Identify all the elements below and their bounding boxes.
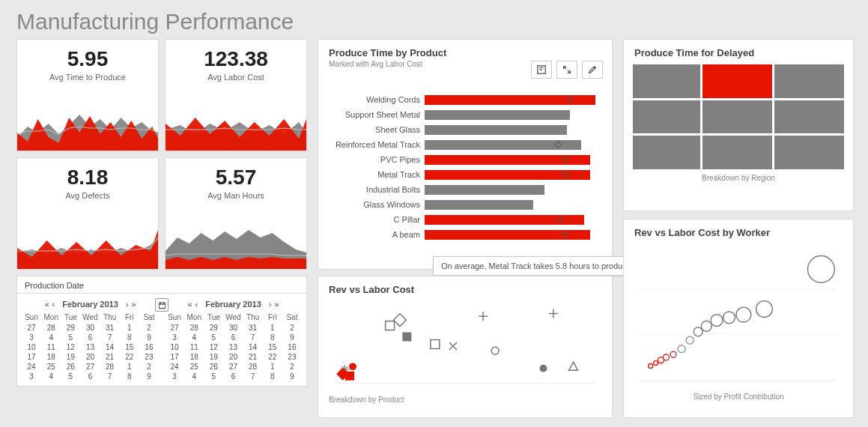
data-tip-button[interactable] <box>531 61 552 79</box>
production-date-picker[interactable]: Production Date « ‹ February 2013 › » Su… <box>16 276 307 387</box>
cal-day[interactable]: 27 <box>223 362 243 372</box>
cal-day[interactable]: 7 <box>243 333 263 342</box>
bar-row[interactable]: Sheet Glass <box>329 122 601 137</box>
cal-day[interactable]: 9 <box>139 333 159 342</box>
cal-day[interactable]: 29 <box>204 323 223 333</box>
cal-day[interactable]: 27 <box>165 323 184 333</box>
cal-day[interactable]: 4 <box>184 333 204 342</box>
expand-icon[interactable] <box>556 61 577 79</box>
cal-day[interactable]: 20 <box>80 352 100 362</box>
cal-day[interactable]: 20 <box>223 352 243 362</box>
cal-day[interactable]: 1 <box>120 323 139 333</box>
cal-day[interactable]: 21 <box>100 352 120 362</box>
cal-day[interactable]: 13 <box>223 342 243 352</box>
bar-row[interactable]: Industrial Bolts <box>329 182 601 197</box>
cal-next-year-icon[interactable]: » <box>131 300 136 309</box>
cal-day[interactable]: 8 <box>263 333 282 342</box>
cal-day[interactable]: 3 <box>165 372 184 381</box>
bar-row[interactable]: A beam <box>329 227 601 242</box>
cal-day[interactable]: 14 <box>100 342 120 352</box>
rev-vs-labor-worker-card[interactable]: Rev vs Labor Cost by Worker Sized by Pro… <box>623 219 854 418</box>
produce-time-by-product-card[interactable]: Produce Time by Product Marked with Avg … <box>318 39 613 270</box>
cal-day[interactable]: 15 <box>120 342 139 352</box>
cal-day[interactable]: 22 <box>120 352 139 362</box>
calendar-from[interactable]: « ‹ February 2013 › » SunMonTueWedThuFri… <box>22 298 159 381</box>
cal-day[interactable]: 9 <box>282 333 302 342</box>
cal-day[interactable]: 24 <box>165 362 184 372</box>
cal-day[interactable]: 30 <box>80 323 100 333</box>
cal-prev-month-icon[interactable]: ‹ <box>195 300 198 309</box>
cal-next-month-icon[interactable]: › <box>269 300 272 309</box>
cal-day[interactable]: 25 <box>41 362 61 372</box>
treemap[interactable] <box>633 64 844 169</box>
cal-day[interactable]: 27 <box>22 323 41 333</box>
cal-day[interactable]: 2 <box>139 362 159 372</box>
cal-prev-month-icon[interactable]: ‹ <box>52 300 55 309</box>
cal-next-month-icon[interactable]: › <box>126 300 129 309</box>
cal-day[interactable]: 3 <box>22 372 41 381</box>
cal-day[interactable]: 9 <box>282 372 302 381</box>
cal-day[interactable]: 29 <box>61 323 80 333</box>
cal-day[interactable]: 14 <box>243 342 263 352</box>
cal-day[interactable]: 5 <box>61 372 80 381</box>
cal-day[interactable]: 3 <box>165 333 184 342</box>
kpi-avg-time-produce[interactable]: 5.95 Avg Time to Produce <box>16 39 159 151</box>
cal-day[interactable]: 7 <box>100 372 120 381</box>
cal-prev-year-icon[interactable]: « <box>44 300 49 309</box>
cal-day[interactable]: 4 <box>41 372 61 381</box>
bar-row[interactable]: Glass Windows <box>329 197 601 212</box>
bar-chart[interactable]: Welding CordsSupport Sheet MetalSheet Gl… <box>318 92 612 242</box>
cal-day[interactable]: 6 <box>80 333 100 342</box>
cal-day[interactable]: 17 <box>165 352 184 362</box>
cal-day[interactable]: 16 <box>139 342 159 352</box>
cal-day[interactable]: 28 <box>243 362 263 372</box>
cal-day[interactable]: 18 <box>184 352 204 362</box>
cal-next-year-icon[interactable]: » <box>274 300 279 309</box>
cal-day[interactable]: 7 <box>100 333 120 342</box>
cal-day[interactable]: 9 <box>139 372 159 381</box>
bar-row[interactable]: Reinforced Metal Track <box>329 137 601 152</box>
cal-day[interactable]: 11 <box>41 342 61 352</box>
cal-day[interactable]: 5 <box>204 372 223 381</box>
kpi-avg-defects[interactable]: 8.18 Avg Defects <box>16 157 159 270</box>
produce-time-delayed-card[interactable]: Produce Time for Delayed Breakdown by Re… <box>623 39 854 211</box>
cal-day[interactable]: 2 <box>282 362 302 372</box>
cal-day[interactable]: 19 <box>61 352 80 362</box>
cal-day[interactable]: 5 <box>61 333 80 342</box>
cal-day[interactable]: 30 <box>223 323 243 333</box>
cal-day[interactable]: 10 <box>165 342 184 352</box>
cal-prev-year-icon[interactable]: « <box>187 300 192 309</box>
cal-day[interactable]: 24 <box>22 362 41 372</box>
cal-day[interactable]: 8 <box>120 333 139 342</box>
bar-row[interactable]: PVC Pipes <box>329 152 601 167</box>
bubble-chart[interactable] <box>633 244 844 388</box>
cal-day[interactable]: 17 <box>22 352 41 362</box>
cal-day[interactable]: 28 <box>100 362 120 372</box>
cal-day[interactable]: 4 <box>41 333 61 342</box>
bar-row[interactable]: Metal Track <box>329 167 601 182</box>
calendar-to[interactable]: « ‹ February 2013 › » SunMonTueWedThuFri… <box>165 298 302 381</box>
cal-day[interactable]: 23 <box>139 352 159 362</box>
cal-day[interactable]: 1 <box>263 323 282 333</box>
calendar-grid-from[interactable]: SunMonTueWedThuFriSat2728293031123456789… <box>22 312 159 381</box>
cal-day[interactable]: 2 <box>139 323 159 333</box>
cal-day[interactable]: 19 <box>204 352 223 362</box>
cal-day[interactable]: 6 <box>223 372 243 381</box>
cal-day[interactable]: 22 <box>263 352 282 362</box>
cal-day[interactable]: 4 <box>184 372 204 381</box>
cal-day[interactable]: 26 <box>61 362 80 372</box>
cal-day[interactable]: 25 <box>184 362 204 372</box>
cal-day[interactable]: 12 <box>61 342 80 352</box>
cal-day[interactable]: 6 <box>80 372 100 381</box>
cal-day[interactable]: 12 <box>204 342 223 352</box>
cal-day[interactable]: 6 <box>223 333 243 342</box>
cal-day[interactable]: 31 <box>243 323 263 333</box>
cal-day[interactable]: 2 <box>282 323 302 333</box>
cal-day[interactable]: 28 <box>184 323 204 333</box>
cal-day[interactable]: 18 <box>41 352 61 362</box>
cal-day[interactable]: 26 <box>204 362 223 372</box>
cal-day[interactable]: 27 <box>80 362 100 372</box>
cal-day[interactable]: 5 <box>204 333 223 342</box>
cal-day[interactable]: 1 <box>120 362 139 372</box>
kpi-avg-labor-cost[interactable]: 123.38 Avg Labor Cost <box>165 39 307 151</box>
